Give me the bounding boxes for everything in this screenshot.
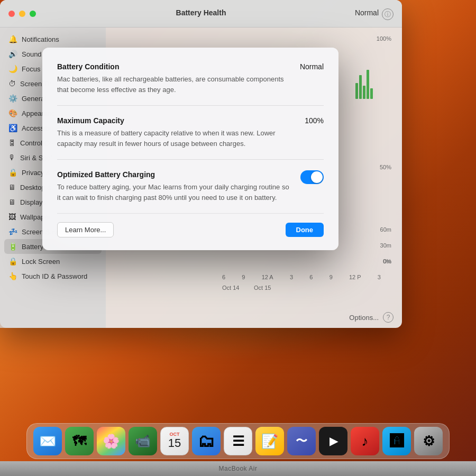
- footer-divider: [57, 213, 324, 214]
- battery-condition-title: Battery Condition: [57, 62, 291, 71]
- settings-icon: ⚙: [423, 433, 435, 450]
- macbook-label: MacBook Air: [219, 465, 258, 472]
- maximum-capacity-title: Maximum Capacity: [57, 116, 296, 125]
- battery-health-modal: Battery Condition Mac batteries, like al…: [42, 48, 338, 250]
- notes-icon: 📝: [261, 433, 278, 450]
- macbook-bar: MacBook Air: [0, 461, 476, 476]
- freeform-icon: 〜: [296, 433, 307, 449]
- dock-item-maps[interactable]: 🗺: [65, 427, 94, 455]
- maximum-capacity-value: 100%: [305, 116, 324, 125]
- modal-overlay: Battery Condition Mac batteries, like al…: [0, 0, 476, 476]
- dock-item-appletv[interactable]: ▶: [319, 427, 347, 455]
- dock-item-settings[interactable]: ⚙: [414, 427, 443, 455]
- dock-item-notes[interactable]: 📝: [255, 427, 284, 455]
- dock-wrapper: ✉️ 🗺 🌸 📹 OCT 15 🗂 ☰: [0, 423, 476, 476]
- optimized-charging-toggle[interactable]: [300, 170, 324, 184]
- dock-item-mail[interactable]: ✉️: [33, 427, 62, 455]
- maps-icon: 🗺: [72, 433, 86, 450]
- dock-item-facetime[interactable]: 📹: [129, 427, 157, 455]
- dock-item-music[interactable]: ♪: [351, 427, 379, 455]
- mail-icon: ✉️: [39, 433, 56, 450]
- appletv-icon: ▶: [329, 435, 337, 447]
- appstore-icon: 🅰: [390, 433, 404, 450]
- calendar-day: 15: [168, 437, 181, 450]
- divider-2: [57, 159, 324, 160]
- dock: ✉️ 🗺 🌸 📹 OCT 15 🗂 ☰: [26, 423, 450, 459]
- facetime-icon: 📹: [135, 434, 151, 448]
- done-button[interactable]: Done: [286, 223, 324, 237]
- dock-item-calendar[interactable]: OCT 15: [160, 427, 189, 455]
- desktop: Battery Health Normal ⓘ 🔔 Notifications …: [0, 0, 476, 476]
- battery-condition-section: Battery Condition Mac batteries, like al…: [57, 62, 324, 95]
- reminders-icon: ☰: [232, 433, 244, 450]
- dock-item-finder[interactable]: 🗂: [192, 427, 221, 455]
- optimized-charging-title: Optimized Battery Charging: [57, 170, 292, 179]
- optimized-charging-section: Optimized Battery Charging To reduce bat…: [57, 170, 324, 203]
- battery-condition-value: Normal: [300, 62, 324, 71]
- finder-icon: 🗂: [198, 432, 215, 451]
- learn-more-button[interactable]: Learn More...: [57, 222, 114, 237]
- modal-footer: Learn More... Done: [57, 222, 324, 237]
- optimized-charging-desc: To reduce battery aging, your Mac learns…: [57, 182, 292, 203]
- dock-item-photos[interactable]: 🌸: [97, 427, 125, 455]
- dock-item-freeform[interactable]: 〜: [287, 427, 316, 455]
- dock-item-appstore[interactable]: 🅰: [382, 427, 411, 455]
- photos-icon: 🌸: [103, 433, 120, 450]
- divider-1: [57, 105, 324, 106]
- dock-item-reminders[interactable]: ☰: [224, 427, 252, 455]
- maximum-capacity-section: Maximum Capacity This is a measure of ba…: [57, 116, 324, 149]
- battery-condition-desc: Mac batteries, like all rechargeable bat…: [57, 74, 291, 95]
- music-icon: ♪: [362, 433, 369, 450]
- maximum-capacity-desc: This is a measure of battery capacity re…: [57, 128, 296, 149]
